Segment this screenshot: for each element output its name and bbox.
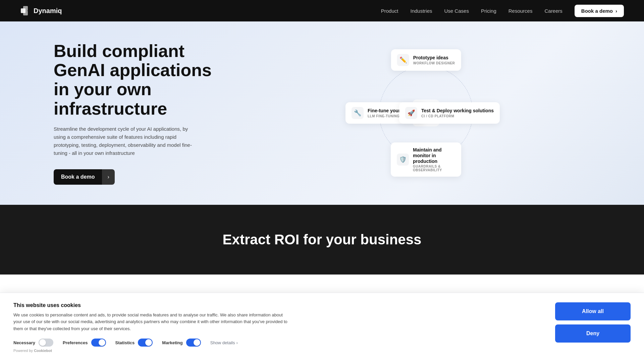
prototype-text: Prototype ideas WORKFLOW DESIGNER bbox=[413, 55, 455, 65]
nav-product[interactable]: Product bbox=[381, 8, 398, 14]
nav-careers[interactable]: Careers bbox=[544, 8, 562, 14]
deploy-icon: 🚀 bbox=[405, 107, 417, 119]
prototype-icon: ✏️ bbox=[397, 54, 409, 66]
hero-diagram: ✏️ Prototype ideas WORKFLOW DESIGNER 🔧 F… bbox=[228, 43, 624, 183]
hero-left: Build compliant GenAI applications in yo… bbox=[54, 42, 228, 185]
logo[interactable]: Dynamiq bbox=[20, 5, 62, 16]
diagram-container: ✏️ Prototype ideas WORKFLOW DESIGNER 🔧 F… bbox=[356, 49, 496, 177]
dark-section: Extract ROI for your business bbox=[0, 205, 644, 275]
nav-book-demo-button[interactable]: Book a demo › bbox=[575, 5, 624, 17]
finetune-icon: 🔧 bbox=[352, 107, 364, 119]
maintain-icon: 🛡️ bbox=[397, 154, 409, 166]
hero-cta: Book a demo › bbox=[54, 169, 228, 185]
hero-cta-arrow-button[interactable]: › bbox=[102, 169, 114, 185]
hero-subtitle: Streamline the development cycle of your… bbox=[54, 125, 198, 157]
maintain-text: Maintain and monitor in production GUARD… bbox=[413, 147, 455, 172]
hero-book-demo-button[interactable]: Book a demo bbox=[54, 169, 102, 185]
navbar: Dynamiq Product Industries Use Cases Pri… bbox=[0, 0, 644, 21]
nav-pricing[interactable]: Pricing bbox=[481, 8, 496, 14]
feature-card-deploy: 🚀 Test & Deploy working solutions CI / C… bbox=[399, 102, 500, 124]
dark-section-title: Extract ROI for your business bbox=[20, 232, 624, 248]
hero-section: Build compliant GenAI applications in yo… bbox=[0, 21, 644, 205]
svg-rect-1 bbox=[23, 6, 28, 11]
feature-card-maintain: 🛡️ Maintain and monitor in production GU… bbox=[391, 142, 461, 177]
feature-card-prototype: ✏️ Prototype ideas WORKFLOW DESIGNER bbox=[391, 49, 461, 71]
nav-links: Product Industries Use Cases Pricing Res… bbox=[381, 5, 624, 17]
hero-title: Build compliant GenAI applications in yo… bbox=[54, 42, 228, 118]
svg-rect-2 bbox=[23, 11, 28, 15]
deploy-text: Test & Deploy working solutions CI / CD … bbox=[421, 108, 494, 118]
nav-use-cases[interactable]: Use Cases bbox=[444, 8, 469, 14]
nav-resources[interactable]: Resources bbox=[508, 8, 533, 14]
nav-industries[interactable]: Industries bbox=[410, 8, 432, 14]
